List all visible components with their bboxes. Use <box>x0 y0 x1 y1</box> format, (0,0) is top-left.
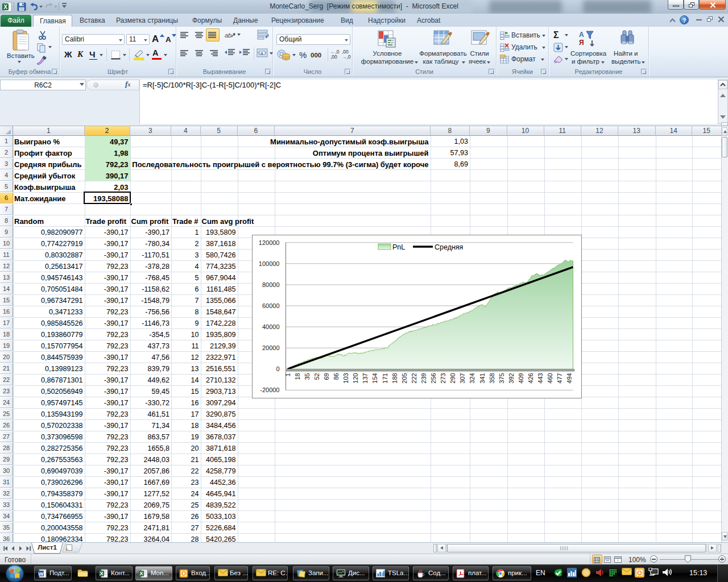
svg-text:X: X <box>139 571 143 576</box>
svg-text:O: O <box>637 569 642 576</box>
svg-text:426: 426 <box>527 373 534 383</box>
svg-text:86: 86 <box>333 373 340 380</box>
svg-text:375: 375 <box>498 373 505 383</box>
svg-text:324: 324 <box>469 373 475 383</box>
svg-text:Средняя: Средняя <box>435 243 463 251</box>
svg-text:35: 35 <box>304 373 311 380</box>
svg-text:290: 290 <box>449 373 456 383</box>
svg-text:20000: 20000 <box>262 344 280 351</box>
svg-text:188: 188 <box>391 373 398 383</box>
svg-text:409: 409 <box>518 373 524 383</box>
svg-text:А: А <box>579 31 584 39</box>
svg-text:80000: 80000 <box>262 281 280 288</box>
svg-text:443: 443 <box>537 373 544 383</box>
svg-text:222: 222 <box>411 373 417 383</box>
svg-text:307: 307 <box>459 373 466 383</box>
svg-text:a: a <box>260 51 263 56</box>
svg-text:392: 392 <box>508 373 515 383</box>
svg-text:460: 460 <box>547 373 553 383</box>
svg-text:X: X <box>3 4 7 10</box>
svg-text:PnL: PnL <box>392 243 405 251</box>
svg-text:X: X <box>100 571 103 576</box>
svg-text:-20000: -20000 <box>260 386 279 393</box>
svg-text:O: O <box>181 570 186 577</box>
svg-text:ab: ab <box>225 32 231 39</box>
svg-text:40000: 40000 <box>262 323 280 330</box>
svg-text:341: 341 <box>479 373 486 383</box>
svg-text:0: 0 <box>276 365 279 372</box>
svg-text:256: 256 <box>430 373 437 383</box>
svg-text:154: 154 <box>371 373 378 383</box>
svg-text:205: 205 <box>401 373 408 383</box>
svg-text:52: 52 <box>313 373 320 380</box>
svg-text:477: 477 <box>556 373 563 383</box>
svg-text:273: 273 <box>440 373 446 383</box>
svg-text:120: 120 <box>352 373 359 383</box>
svg-text:100000: 100000 <box>259 260 280 267</box>
svg-text:171: 171 <box>382 373 388 383</box>
svg-text:1: 1 <box>284 373 291 376</box>
svg-text:137: 137 <box>362 373 369 383</box>
svg-text:Я: Я <box>579 39 584 47</box>
svg-text:18: 18 <box>294 373 301 380</box>
svg-text:69: 69 <box>323 373 330 380</box>
svg-text:60000: 60000 <box>262 302 280 309</box>
svg-text:239: 239 <box>420 373 427 383</box>
svg-text:120000: 120000 <box>259 239 280 246</box>
svg-text:103: 103 <box>342 373 349 383</box>
svg-text:358: 358 <box>489 373 495 383</box>
svg-text:494: 494 <box>566 373 573 383</box>
svg-text:W: W <box>39 571 44 577</box>
